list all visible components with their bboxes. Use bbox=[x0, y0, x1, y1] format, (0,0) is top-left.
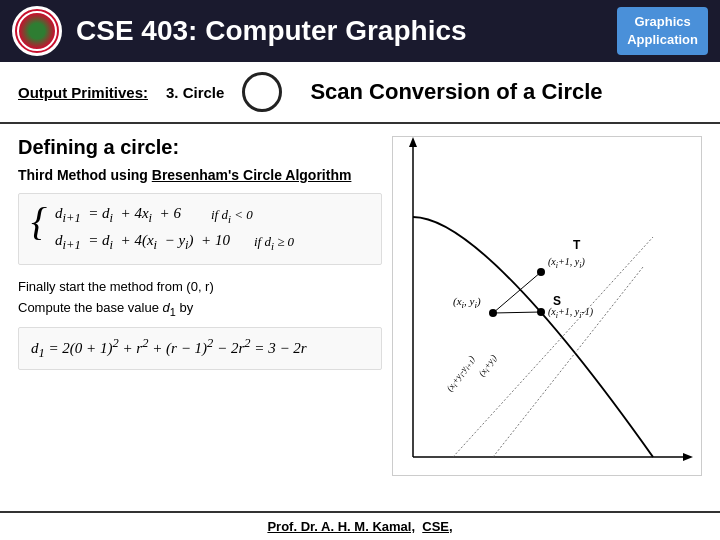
subheader: Output Primitives: 3. Circle Scan Conver… bbox=[0, 62, 720, 124]
header: CSE 403: Computer Graphics Graphics Appl… bbox=[0, 0, 720, 62]
footer-professor: Prof. Dr. A. H. M. Kamal, bbox=[267, 519, 415, 534]
sub-ib: i bbox=[110, 238, 113, 252]
formula-lines: di+1 = di + 4xi + 6 if di < 0 d bbox=[55, 202, 294, 256]
logo-inner bbox=[17, 11, 57, 51]
sub-i: i bbox=[110, 211, 113, 225]
sub-xi: i bbox=[149, 211, 152, 225]
defining-title: Defining a circle: bbox=[18, 136, 382, 159]
method-name: Bresenham's Circle Algorithm bbox=[152, 167, 352, 183]
badge-line2: Application bbox=[627, 32, 698, 47]
svg-text:T: T bbox=[573, 238, 581, 252]
method-title: Third Method using Bresenham's Circle Al… bbox=[18, 167, 382, 183]
output-primitives-label: Output Primitives: bbox=[18, 84, 148, 101]
footer: Prof. Dr. A. H. M. Kamal, CSE, bbox=[0, 511, 720, 540]
sub-i1b: i+1 bbox=[63, 238, 81, 252]
formula-1-content: { di+1 = di + 4xi + 6 if di < 0 bbox=[31, 202, 294, 256]
sub-yib: i bbox=[185, 238, 188, 252]
sub-i1: i+1 bbox=[63, 211, 81, 225]
formula-line-1: di+1 = di + 4xi + 6 if di < 0 bbox=[55, 205, 294, 226]
logo bbox=[12, 6, 62, 56]
formula-block-2: d1 = 2(0 + 1)2 + r2 + (r − 1)2 − 2r2 = 3… bbox=[18, 327, 382, 370]
finally-line1: Finally start the method from (0, r) bbox=[18, 277, 382, 298]
finally-text-block: Finally start the method from (0, r) Com… bbox=[18, 277, 382, 321]
right-panel: (xi, yi) T (xi+1, yi) S (xi+1, yi-1) ( bbox=[392, 136, 702, 476]
brace-symbol: { bbox=[31, 202, 47, 256]
finally-line2: Compute the base value d1 by bbox=[18, 298, 382, 321]
diagram-area: (xi, yi) T (xi+1, yi) S (xi+1, yi-1) ( bbox=[392, 136, 702, 476]
circle-label: 3. Circle bbox=[166, 84, 224, 101]
footer-text: Prof. Dr. A. H. M. Kamal, CSE, bbox=[267, 519, 452, 534]
formula-line2-text: di+1 = di + 4(xi − yi) + 10 bbox=[55, 232, 230, 253]
left-panel: Defining a circle: Third Method using Br… bbox=[18, 136, 382, 476]
page-title: CSE 403: Computer Graphics bbox=[76, 15, 617, 47]
formula-line1-text: di+1 = di + 4xi + 6 bbox=[55, 205, 181, 226]
formula-2-content: d1 = 2(0 + 1)2 + r2 + (r − 1)2 − 2r2 = 3… bbox=[31, 336, 369, 361]
diagram-svg: (xi, yi) T (xi+1, yi) S (xi+1, yi-1) ( bbox=[393, 137, 702, 476]
scan-conversion-title: Scan Conversion of a Circle bbox=[310, 79, 602, 105]
formula-line-2: di+1 = di + 4(xi − yi) + 10 if di ≥ 0 bbox=[55, 232, 294, 253]
formula-block-1: { di+1 = di + 4xi + 6 if di < 0 bbox=[18, 193, 382, 265]
sub-xib: i bbox=[154, 238, 157, 252]
footer-dept: CSE, bbox=[422, 519, 452, 534]
condition-2: if di ≥ 0 bbox=[254, 234, 294, 252]
main-content: Defining a circle: Third Method using Br… bbox=[0, 124, 720, 482]
circle-icon bbox=[242, 72, 282, 112]
condition-1: if di < 0 bbox=[211, 207, 253, 225]
header-badge: Graphics Application bbox=[617, 7, 708, 55]
formula-brace-wrap: { di+1 = di + 4xi + 6 if di < 0 bbox=[31, 202, 294, 256]
badge-line1: Graphics bbox=[634, 14, 690, 29]
